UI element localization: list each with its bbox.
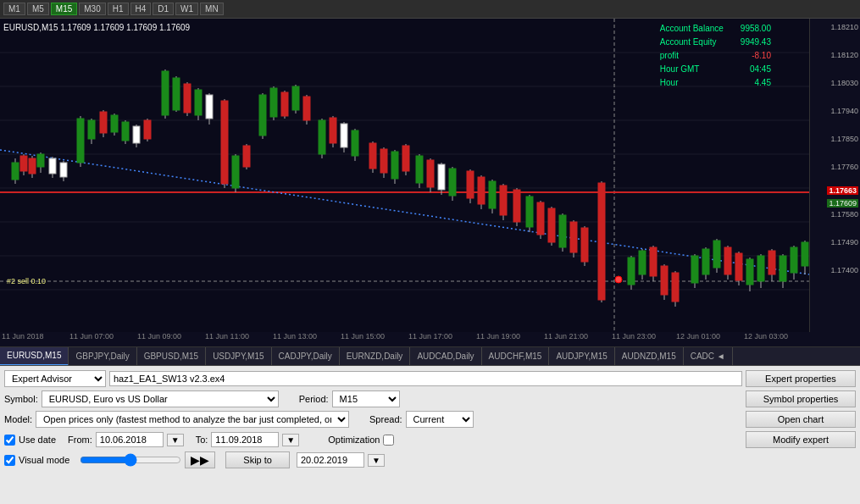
svg-rect-66 (319, 120, 325, 154)
ea-name-input[interactable] (109, 371, 742, 386)
svg-rect-133 (735, 253, 742, 280)
period-select[interactable]: M15 (332, 390, 400, 407)
timeframe-h4[interactable]: H4 (130, 3, 152, 15)
date-row: Use date From: ▼ To: ▼ Optimization Modi… (4, 431, 856, 448)
modify-expert-button[interactable]: Modify expert (746, 431, 856, 448)
balance-label: Account Balance (660, 22, 724, 36)
svg-rect-16 (20, 156, 27, 171)
profit-label: profit (660, 49, 679, 63)
svg-rect-14 (12, 163, 19, 180)
time-4: 11 Jun 13:00 (273, 332, 317, 341)
timeframe-m15[interactable]: M15 (51, 3, 77, 15)
tab-usdjpy-m15[interactable]: USDJPY,M15 (206, 347, 271, 366)
tab-audnzd-m15[interactable]: AUDNZD,M15 (615, 347, 684, 366)
model-select[interactable]: Open prices only (fastest method to anal… (36, 411, 349, 428)
time-11: 12 Jun 03:00 (744, 332, 788, 341)
svg-rect-139 (768, 251, 775, 274)
tab-audcad-daily[interactable]: AUDCAD,Daily (410, 347, 481, 366)
balance-value: 9958.00 (741, 22, 771, 36)
open-chart-button[interactable]: Open chart (746, 411, 856, 428)
visual-mode-row: Visual mode ▶▶ Skip to ▼ (4, 451, 856, 468)
time-10: 12 Jun 01:00 (676, 332, 720, 341)
svg-rect-38 (144, 120, 151, 139)
timeframe-d1[interactable]: D1 (153, 3, 174, 15)
svg-rect-120 (661, 266, 668, 295)
from-date-input[interactable] (96, 432, 164, 447)
visual-mode-checkbox[interactable] (4, 455, 15, 466)
svg-rect-56 (259, 95, 266, 136)
timeframe-h1[interactable]: H1 (108, 3, 129, 15)
svg-rect-78 (391, 152, 398, 179)
tab-gbpjpy-daily[interactable]: GBPJPY,Daily (69, 347, 136, 366)
svg-rect-88 (449, 169, 456, 196)
hour-gmt-value: 04:45 (750, 63, 771, 76)
symbol-tabs: EURUSD,M15 GBPJPY,Daily GBPUSD,M15 USDJP… (0, 347, 860, 366)
svg-rect-86 (438, 164, 445, 190)
svg-rect-92 (478, 177, 485, 204)
time-8: 11 Jun 21:00 (544, 332, 588, 341)
timeframe-m1[interactable]: M1 (3, 3, 25, 15)
svg-rect-129 (713, 241, 720, 268)
trade-label: #2 sell 0.10 (7, 277, 46, 285)
timeframe-m5[interactable]: M5 (27, 3, 49, 15)
hour-value: 4.45 (755, 76, 771, 90)
svg-rect-42 (173, 78, 180, 110)
price-6: 1.17760 (830, 163, 858, 171)
symbol-select[interactable]: EURUSD, Euro vs US Dollar (42, 390, 279, 407)
svg-rect-70 (341, 124, 347, 147)
svg-point-123 (615, 276, 622, 283)
expert-properties-button[interactable]: Expert properties (746, 370, 856, 387)
profit-value: -8.10 (752, 49, 771, 63)
svg-rect-84 (427, 160, 434, 187)
time-9: 11 Jun 23:00 (612, 332, 656, 341)
chart-main[interactable]: EURUSD,M15 1.17609 1.17609 1.17609 1.176… (0, 19, 826, 332)
svg-rect-18 (29, 158, 36, 174)
tab-eurnzd-daily[interactable]: EURNZD,Daily (340, 347, 411, 366)
visual-mode-label: Visual mode (19, 455, 69, 465)
skip-to-date-input[interactable] (297, 452, 364, 468)
svg-rect-40 (162, 71, 169, 115)
to-calendar-button[interactable]: ▼ (282, 434, 299, 446)
tab-eurusd-m15[interactable]: EURUSD,M15 (0, 347, 69, 366)
price-2: 1.18120 (830, 51, 858, 59)
svg-rect-98 (513, 190, 520, 222)
chart-info: EURUSD,M15 1.17609 1.17609 1.17609 1.176… (3, 22, 190, 34)
from-label: From: (68, 435, 92, 445)
tab-cadjpy-daily[interactable]: CADJPY,Daily (272, 347, 340, 366)
period-label: Period: (299, 394, 329, 404)
optimization-checkbox[interactable] (383, 435, 394, 446)
tab-gbpusd-m15[interactable]: GBPUSD,M15 (137, 347, 206, 366)
tab-audchf-m15[interactable]: AUDCHF,M15 (482, 347, 550, 366)
optimization-group: Optimization (328, 435, 394, 446)
price-7: 1.17580 (830, 210, 858, 219)
svg-rect-141 (780, 256, 786, 281)
svg-rect-118 (650, 247, 657, 276)
time-3: 11 Jun 11:00 (205, 332, 249, 341)
timeframe-w1[interactable]: W1 (175, 3, 198, 15)
timeframe-toolbar: M1 M5 M15 M30 H1 H4 D1 W1 MN (0, 0, 860, 19)
use-date-checkbox[interactable] (4, 435, 15, 446)
svg-rect-90 (467, 171, 474, 198)
from-calendar-button[interactable]: ▼ (167, 434, 184, 446)
svg-rect-30 (100, 112, 107, 133)
speed-slider[interactable] (80, 453, 181, 467)
symbol-properties-button[interactable]: Symbol properties (746, 390, 856, 407)
svg-rect-143 (791, 247, 797, 273)
expert-advisor-select[interactable]: Expert Advisor (4, 370, 106, 387)
svg-rect-60 (281, 92, 288, 116)
tab-cadc[interactable]: CADC ◄ (684, 347, 733, 366)
hour-label: Hour (660, 76, 679, 90)
chart-title: EURUSD,M15 1.17609 1.17609 1.17609 1.176… (3, 23, 190, 32)
spread-select[interactable]: Current (406, 411, 474, 428)
timeframe-m30[interactable]: M30 (79, 3, 105, 15)
fast-forward-button[interactable]: ▶▶ (185, 451, 215, 468)
optimization-label: Optimization (328, 435, 380, 445)
timeframe-mn[interactable]: MN (200, 3, 224, 15)
svg-rect-24 (60, 163, 67, 177)
skip-to-calendar-button[interactable]: ▼ (368, 454, 385, 467)
svg-rect-100 (526, 197, 533, 227)
svg-rect-137 (757, 256, 764, 281)
skip-to-button[interactable]: Skip to (225, 451, 290, 468)
tab-audjpy-m15[interactable]: AUDJPY,M15 (549, 347, 614, 366)
to-date-input[interactable] (211, 432, 279, 447)
